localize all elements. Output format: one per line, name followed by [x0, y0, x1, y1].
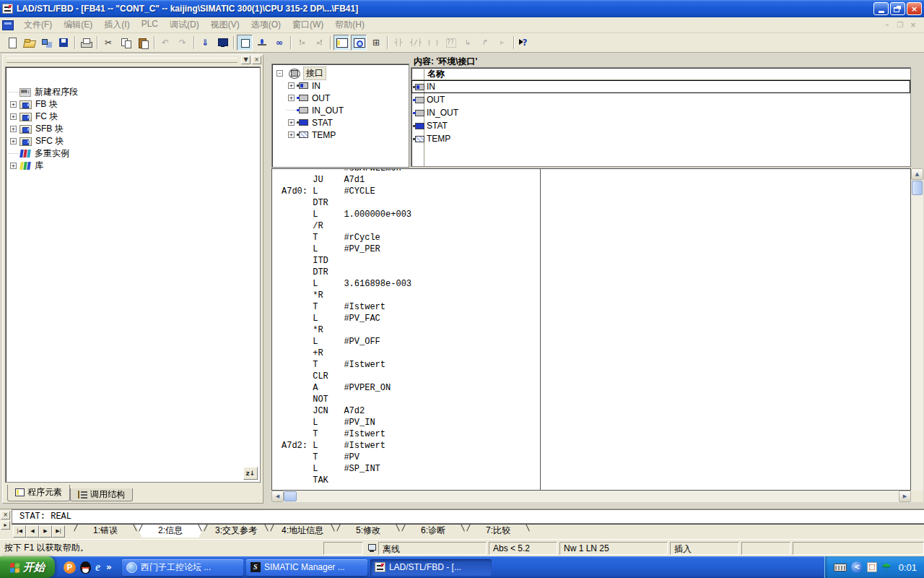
new-button[interactable]	[4, 35, 19, 51]
menu-item-8[interactable]: 帮助(H)	[329, 17, 370, 33]
tree-item-0[interactable]: 新建程序段	[9, 86, 257, 98]
message-tab-3[interactable]: 3:交叉参考	[201, 525, 271, 538]
expand-box-icon[interactable]: +	[288, 131, 295, 138]
horizontal-scroll-thumb[interactable]	[284, 491, 297, 501]
cut-button[interactable]: ✂	[100, 35, 116, 51]
message-tab-1[interactable]: 1:错误	[71, 525, 140, 538]
open-branch-button[interactable]: ↳	[460, 35, 476, 51]
menu-item-2[interactable]: 插入(I)	[98, 17, 135, 33]
column-header-name[interactable]: 名称	[411, 68, 910, 80]
comment-column-divider[interactable]	[540, 169, 541, 490]
download-button[interactable]: ⇓	[197, 35, 213, 51]
tab-prev-button[interactable]: ◀	[26, 525, 39, 538]
close-button[interactable]: ×	[907, 2, 922, 15]
tree-item-4[interactable]: +SFC 块	[9, 135, 257, 147]
panel-header[interactable]: ▼ ×	[3, 55, 263, 65]
message-tab-6[interactable]: 6:诊断	[398, 525, 468, 538]
table-row-0[interactable]: IN	[411, 80, 910, 93]
quicklaunch-ie-icon[interactable]: e	[95, 561, 100, 574]
open-block-button[interactable]	[38, 35, 54, 51]
keyboard-tray-icon[interactable]	[834, 564, 847, 571]
expand-box-icon[interactable]: +	[288, 95, 295, 101]
scroll-right-button[interactable]: ▶	[899, 491, 911, 502]
task-button-0[interactable]: 西门子工控论坛 ...	[122, 559, 243, 576]
interface-root-label[interactable]: 接口	[303, 66, 326, 80]
message-expand-button[interactable]: ▸	[1, 521, 10, 530]
table-row-3[interactable]: STAT	[411, 119, 910, 132]
input-method-icon[interactable]	[867, 562, 877, 572]
tree-item-5[interactable]: 多重实例	[9, 147, 257, 160]
coil-button[interactable]: ( )	[425, 35, 441, 51]
message-tab-4[interactable]: 4:地址信息	[267, 525, 338, 538]
quicklaunch-player-icon[interactable]: P	[64, 561, 76, 574]
minimize-button[interactable]	[873, 2, 889, 15]
overview-window-toggle-button[interactable]	[334, 35, 349, 51]
start-button[interactable]: 开始	[0, 556, 55, 578]
scroll-up-button[interactable]: ▲	[911, 168, 923, 180]
quicklaunch-more-icon[interactable]: »	[106, 562, 112, 572]
print-button[interactable]	[78, 35, 94, 51]
task-button-2[interactable]: LAD/STL/FBD - [...	[370, 559, 492, 576]
menu-item-3[interactable]: PLC	[136, 17, 164, 33]
table-row-4[interactable]: TEMP	[411, 132, 910, 145]
task-button-1[interactable]: SSIMATIC Manager ...	[246, 559, 367, 576]
stl-code-pane[interactable]: = #sbArwLLmOn JU A7d1 A7d0: L #CYCLE DTR…	[271, 168, 911, 491]
expand-box-icon[interactable]: +	[10, 101, 17, 108]
interface-item-1[interactable]: +OUT	[275, 92, 409, 104]
monitor-glasses-button[interactable]: ∞	[271, 35, 287, 51]
detail-window-toggle-button[interactable]	[351, 35, 367, 51]
no-contact-button[interactable]: ┤├	[391, 35, 406, 51]
expand-box-icon[interactable]: +	[10, 126, 17, 132]
tree-item-6[interactable]: +库	[9, 160, 257, 172]
paste-button[interactable]	[135, 35, 151, 51]
restore-button[interactable]	[890, 2, 905, 15]
interface-root-row[interactable]: - 接口	[275, 67, 409, 79]
expand-box-icon[interactable]: +	[10, 113, 17, 120]
mdi-minimize-button[interactable]: –	[882, 21, 892, 29]
symbol-representation-button[interactable]	[254, 35, 270, 51]
menu-item-1[interactable]: 编辑(E)	[58, 17, 98, 33]
new-network-button[interactable]: ⊞	[368, 35, 384, 51]
panel-close-button[interactable]: ×	[252, 56, 261, 64]
interface-item-0[interactable]: +IN	[275, 79, 409, 92]
expand-box-icon[interactable]: +	[10, 163, 17, 169]
menu-item-0[interactable]: 文件(F)	[18, 17, 58, 33]
close-branch-button[interactable]: ↱	[477, 35, 493, 51]
expand-box-icon[interactable]: +	[10, 138, 17, 144]
message-tab-5[interactable]: 5:修改	[334, 525, 403, 538]
open-button[interactable]	[21, 35, 37, 51]
message-tab-2[interactable]: 2:信息	[136, 525, 205, 538]
antivirus-umbrella-icon[interactable]: ☂	[881, 561, 891, 574]
menu-item-7[interactable]: 窗口(W)	[287, 17, 329, 33]
tree-item-2[interactable]: +FC 块	[9, 111, 257, 123]
interface-item-4[interactable]: +TEMP	[275, 129, 409, 141]
tree-item-1[interactable]: +FB 块	[9, 98, 257, 111]
horizontal-scrollbar[interactable]: ◀ ▶	[271, 491, 911, 502]
collapse-box-icon[interactable]: -	[276, 70, 283, 77]
accessible-nodes-button[interactable]	[214, 35, 230, 51]
panel-tab-0[interactable]: 程序元素	[7, 485, 70, 501]
expand-box-icon[interactable]: +	[288, 82, 295, 89]
panel-tab-1[interactable]: 调用结构	[70, 488, 133, 501]
copy-button[interactable]	[118, 35, 134, 51]
redo-button[interactable]: ↷	[175, 35, 191, 51]
menu-item-5[interactable]: 视图(V)	[205, 17, 245, 33]
table-row-2[interactable]: IN_OUT	[411, 106, 910, 119]
next-error-button[interactable]: »!	[311, 35, 327, 51]
table-row-1[interactable]: OUT	[411, 93, 910, 106]
program-elements-toggle-button[interactable]	[237, 35, 253, 51]
panel-dropdown-button[interactable]: ▼	[241, 56, 250, 64]
tree-item-3[interactable]: +SFB 块	[9, 123, 257, 135]
vertical-scroll-thumb[interactable]	[912, 181, 923, 195]
menu-item-6[interactable]: 选项(O)	[245, 17, 287, 33]
interface-item-3[interactable]: +STAT	[275, 116, 409, 129]
mdi-child-icon[interactable]	[2, 20, 14, 30]
stl-code[interactable]: = #sbArwLLmOn JU A7d1 A7d0: L #CYCLE DTR…	[272, 168, 910, 486]
message-close-button[interactable]: ×	[1, 511, 10, 519]
scroll-left-button[interactable]: ◀	[271, 491, 284, 502]
tab-next-button[interactable]: ▶	[39, 525, 52, 538]
menu-item-4[interactable]: 调试(D)	[164, 17, 205, 33]
mdi-restore-button[interactable]: ❐	[895, 21, 905, 29]
language-bar-icon[interactable]: <	[851, 561, 863, 573]
empty-box-button[interactable]: ??	[443, 35, 458, 51]
